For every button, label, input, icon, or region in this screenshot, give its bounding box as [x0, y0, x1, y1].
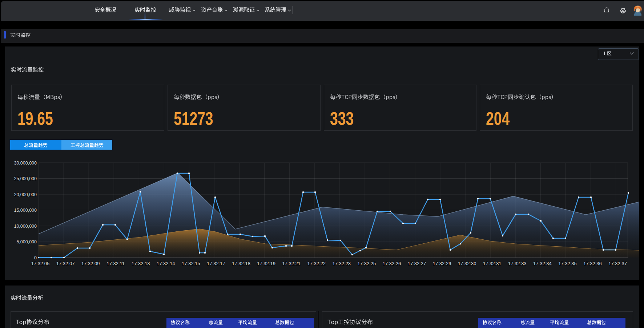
svg-text:0: 0 — [34, 255, 37, 260]
svg-text:17:32:27: 17:32:27 — [408, 261, 426, 266]
svg-text:17:32:18: 17:32:18 — [232, 261, 250, 266]
svg-text:17:32:23: 17:32:23 — [332, 261, 351, 266]
svg-text:17:32:31: 17:32:31 — [483, 261, 502, 266]
svg-text:17:32:36: 17:32:36 — [583, 261, 602, 266]
svg-text:17:32:35: 17:32:35 — [558, 261, 577, 266]
svg-text:17:32:22: 17:32:22 — [307, 261, 326, 266]
svg-text:17:32:14: 17:32:14 — [157, 261, 175, 266]
svg-text:17:32:34: 17:32:34 — [533, 261, 552, 266]
svg-text:15,000,000: 15,000,000 — [14, 208, 37, 213]
svg-text:5,000,000: 5,000,000 — [16, 239, 37, 244]
svg-text:17:32:25: 17:32:25 — [358, 261, 376, 266]
svg-text:17:32:05: 17:32:05 — [31, 261, 50, 266]
svg-text:25,000,000: 25,000,000 — [14, 176, 37, 181]
svg-text:17:32:37: 17:32:37 — [608, 261, 627, 266]
svg-text:17:32:33: 17:32:33 — [508, 261, 527, 266]
svg-text:17:32:17: 17:32:17 — [207, 261, 225, 266]
svg-text:17:32:30: 17:32:30 — [458, 261, 476, 266]
svg-text:20,000,000: 20,000,000 — [14, 192, 37, 197]
svg-text:17:32:13: 17:32:13 — [132, 261, 150, 266]
svg-text:17:32:29: 17:32:29 — [433, 261, 451, 266]
svg-text:17:32:07: 17:32:07 — [56, 261, 75, 266]
svg-text:17:32:19: 17:32:19 — [257, 261, 275, 266]
svg-text:17:32:21: 17:32:21 — [282, 261, 301, 266]
svg-text:17:32:11: 17:32:11 — [106, 261, 125, 266]
svg-text:17:32:15: 17:32:15 — [182, 261, 200, 266]
svg-text:10,000,000: 10,000,000 — [14, 224, 37, 229]
svg-text:30,000,000: 30,000,000 — [14, 161, 37, 166]
svg-text:17:32:26: 17:32:26 — [383, 261, 401, 266]
svg-text:17:32:09: 17:32:09 — [81, 261, 100, 266]
